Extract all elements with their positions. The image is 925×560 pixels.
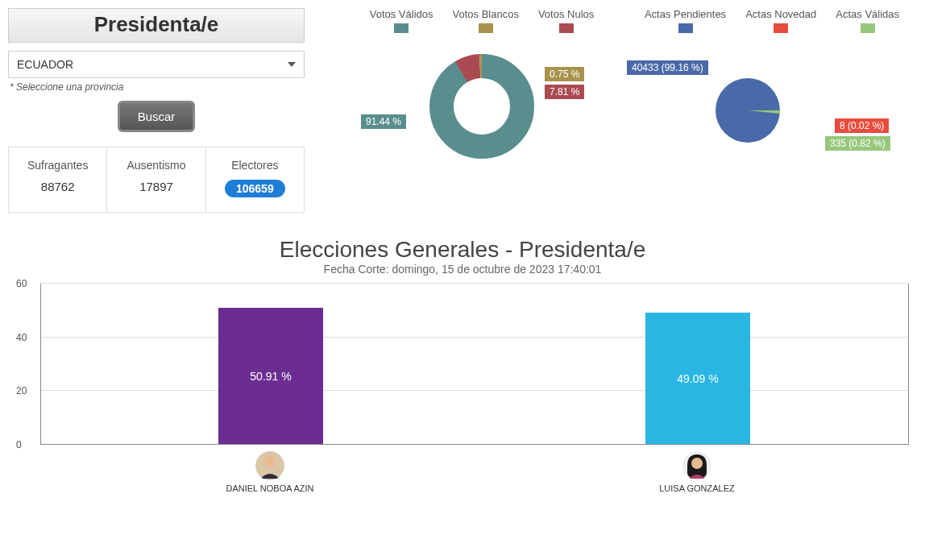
actas-legend: Actas Pendientes Actas Novedad Actas Vál…: [627, 8, 917, 33]
province-selected-value: ECUADOR: [17, 58, 73, 71]
votes-nulos-callout: 7.81 %: [545, 85, 584, 99]
y-tick: 20: [16, 385, 27, 396]
swatch-icon: [394, 23, 409, 33]
legend-label: Actas Novedad: [745, 8, 816, 20]
stat-label: Electores: [209, 159, 301, 172]
stat-label: Sufragantes: [12, 159, 103, 172]
actas-validas-callout: 335 (0.82 %): [825, 136, 890, 151]
y-tick: 0: [16, 439, 22, 450]
candidate-gonzalez: LUISA GONZALEZ: [645, 451, 749, 493]
candidate-name: LUISA GONZALEZ: [645, 483, 749, 493]
stats-table: Sufragantes 88762 Ausentismo 17897 Elect…: [8, 147, 305, 213]
main-chart-subtitle: Fecha Corte: domingo, 15 de octubre de 2…: [8, 263, 917, 276]
stat-ausentismo: Ausentismo 17897: [107, 147, 205, 212]
stat-value: 17897: [110, 180, 201, 193]
stat-label: Ausentismo: [110, 159, 201, 172]
votes-legend: Votos Válidos Votos Blancos Votos Nulos: [337, 8, 627, 33]
candidate-name: DANIEL NOBOA AZIN: [218, 483, 322, 493]
electores-badge: 106659: [225, 180, 285, 197]
legend-label: Votos Válidos: [370, 8, 433, 20]
main-chart-title: Elecciones Generales - Presidenta/e: [8, 237, 917, 263]
swatch-icon: [559, 23, 574, 33]
votes-blancos-callout: 0.75 %: [545, 67, 584, 81]
filter-panel: Presidenta/e ECUADOR * Seleccione una pr…: [8, 8, 305, 213]
bar-label: 49.09 %: [677, 372, 718, 385]
legend-label: Actas Válidas: [836, 8, 899, 20]
actas-pie-chart: Actas Pendientes Actas Novedad Actas Vál…: [627, 8, 917, 213]
actas-novedad-callout: 8 (0.02 %): [835, 118, 889, 133]
stat-sufragantes: Sufragantes 88762: [9, 147, 107, 212]
swatch-icon: [479, 23, 493, 33]
votes-donut-chart: Votos Válidos Votos Blancos Votos Nulos …: [337, 8, 627, 213]
actas-pendientes-callout: 40433 (99.16 %): [627, 60, 708, 75]
bar-noboa: 50.91 %: [218, 308, 323, 444]
results-bar-chart: Elecciones Generales - Presidenta/e Fech…: [0, 213, 925, 516]
avatar-icon: [255, 451, 284, 480]
stat-value: 88762: [12, 180, 103, 193]
province-helper-text: * Seleccione una provincia: [10, 81, 303, 93]
swatch-icon: [678, 23, 693, 33]
province-select[interactable]: ECUADOR: [8, 51, 305, 78]
chevron-down-icon: [288, 62, 296, 67]
avatar-icon: [682, 451, 711, 480]
bar-label: 50.91 %: [250, 370, 291, 383]
svg-point-7: [691, 458, 703, 469]
candidate-noboa: DANIEL NOBOA AZIN: [218, 451, 322, 493]
swatch-icon: [774, 23, 788, 33]
plot-area: 50.91 % 49.09 %: [40, 284, 908, 445]
y-tick: 40: [16, 332, 27, 343]
bar-gonzalez: 49.09 %: [645, 313, 750, 444]
legend-label: Actas Pendientes: [645, 8, 726, 20]
svg-point-5: [264, 456, 276, 467]
stat-electores: Electores 106659: [206, 147, 304, 212]
votes-validos-callout: 91.44 %: [361, 114, 406, 129]
legend-label: Votos Nulos: [538, 8, 594, 20]
page-title: Presidenta/e: [8, 8, 305, 43]
swatch-icon: [861, 23, 875, 33]
legend-label: Votos Blancos: [453, 8, 519, 20]
actas-pie-svg: [627, 38, 917, 175]
search-button[interactable]: Buscar: [118, 101, 196, 132]
y-tick: 60: [16, 278, 27, 289]
